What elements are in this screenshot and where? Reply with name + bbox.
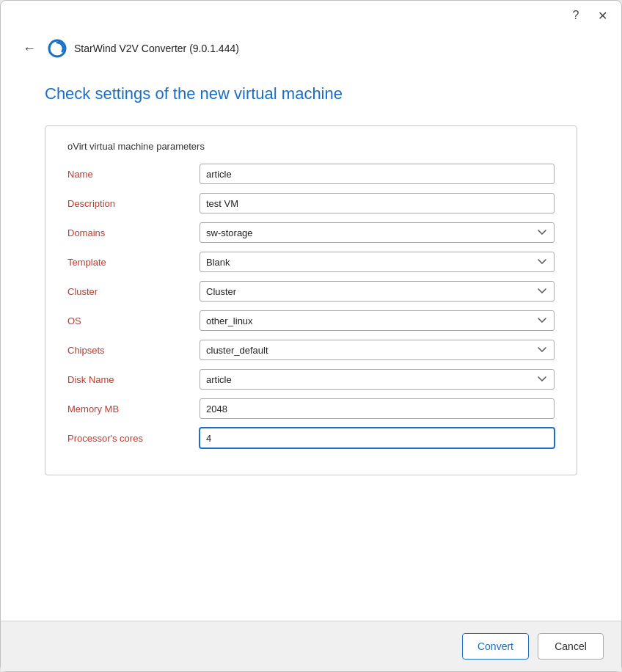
select-template[interactable]: Blank	[200, 252, 555, 272]
control-name	[200, 164, 555, 184]
label-chipsets: Chipsets	[67, 345, 200, 356]
params-section-title: oVirt virtual machine parameters	[67, 141, 555, 152]
label-name: Name	[67, 169, 200, 180]
param-row-domains: Domains sw-storage	[67, 222, 555, 243]
params-section: oVirt virtual machine parameters Name De…	[45, 125, 577, 475]
param-row-cluster: Cluster Cluster	[67, 281, 555, 302]
select-chipsets[interactable]: cluster_default	[200, 340, 555, 360]
control-domains: sw-storage	[200, 222, 555, 243]
title-bar: ? ✕	[1, 1, 621, 30]
input-processor-cores[interactable]	[200, 428, 555, 448]
control-template: Blank	[200, 252, 555, 272]
param-row-name: Name	[67, 164, 555, 184]
select-os[interactable]: other_linux	[200, 310, 555, 331]
help-button[interactable]: ?	[566, 5, 586, 26]
input-memory-mb[interactable]	[200, 398, 555, 419]
label-disk-name: Disk Name	[67, 374, 200, 385]
title-bar-controls: ? ✕	[566, 5, 612, 26]
input-name[interactable]	[200, 164, 555, 184]
page-content: Check settings of the new virtual machin…	[1, 70, 621, 621]
select-domains[interactable]: sw-storage	[200, 222, 555, 243]
label-domains: Domains	[67, 227, 200, 238]
select-disk-name[interactable]: article	[200, 369, 555, 390]
control-chipsets: cluster_default	[200, 340, 555, 360]
input-description[interactable]	[200, 193, 555, 213]
control-disk-name: article	[200, 369, 555, 390]
app-header: ← StarWind V2V Converter (9.0.1.444)	[1, 30, 621, 70]
control-cluster: Cluster	[200, 281, 555, 302]
label-cluster: Cluster	[67, 286, 200, 297]
page-heading: Check settings of the new virtual machin…	[45, 84, 577, 103]
label-memory-mb: Memory MB	[67, 403, 200, 414]
control-processor-cores	[200, 428, 555, 448]
param-row-memory-mb: Memory MB	[67, 398, 555, 419]
label-template: Template	[67, 257, 200, 268]
param-row-description: Description	[67, 193, 555, 213]
param-row-disk-name: Disk Name article	[67, 369, 555, 390]
control-os: other_linux	[200, 310, 555, 331]
label-os: OS	[67, 315, 200, 326]
footer: Convert Cancel	[1, 621, 621, 671]
back-button[interactable]: ←	[18, 37, 40, 59]
app-logo	[48, 39, 67, 58]
convert-button[interactable]: Convert	[462, 633, 529, 660]
close-button[interactable]: ✕	[592, 5, 612, 26]
main-window: ? ✕ ← StarWind V2V Converter (9.0.1.444)…	[0, 0, 622, 672]
cancel-button[interactable]: Cancel	[538, 633, 604, 660]
param-row-os: OS other_linux	[67, 310, 555, 331]
select-cluster[interactable]: Cluster	[200, 281, 555, 302]
app-title: StarWind V2V Converter (9.0.1.444)	[74, 43, 239, 54]
param-row-processor-cores: Processor's cores	[67, 428, 555, 448]
param-row-template: Template Blank	[67, 252, 555, 272]
control-description	[200, 193, 555, 213]
label-processor-cores: Processor's cores	[67, 433, 200, 444]
control-memory-mb	[200, 398, 555, 419]
label-description: Description	[67, 198, 200, 209]
param-row-chipsets: Chipsets cluster_default	[67, 340, 555, 360]
